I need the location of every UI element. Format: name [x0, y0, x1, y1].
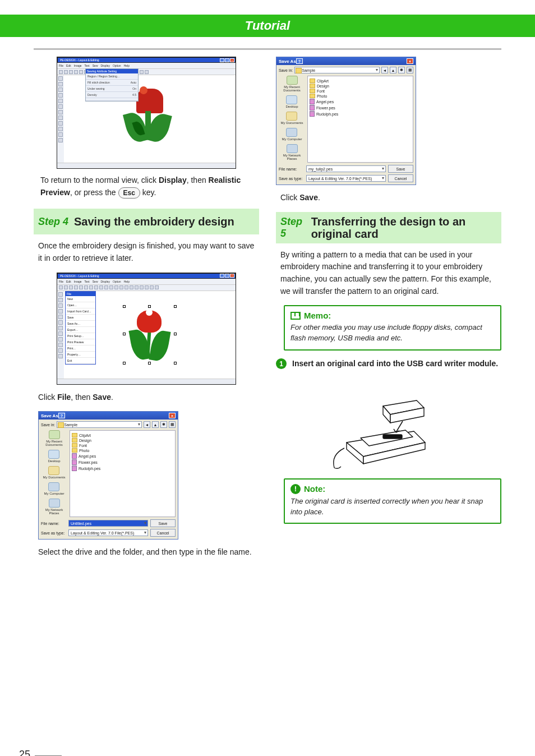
newfolder-icon[interactable]: ✱	[160, 421, 167, 428]
savein-combo[interactable]: Sample	[57, 421, 142, 428]
note-body: The original card is inserted correctly …	[290, 496, 495, 518]
app-toolbar	[57, 68, 236, 75]
back-icon[interactable]: ◄	[144, 421, 150, 428]
step5-label: Step 5	[280, 216, 306, 239]
memo-icon	[290, 312, 301, 320]
file-menu-dropdown: File New Open… Import from Card… Save Sa…	[65, 291, 96, 365]
app-titlebar: PE-DESIGN – Layout & Editing _□×	[57, 57, 236, 63]
header-rule	[34, 48, 501, 50]
save-as-dialog-2: Save As?× Save in: Sample ◄ ▲ ✱ ▦ My Rec…	[276, 57, 416, 185]
save-button[interactable]: Save	[150, 519, 176, 527]
place-mydocs[interactable]: My Documents	[43, 466, 65, 479]
step4-bar: Step 4 Saving the embroidery design	[34, 209, 259, 234]
place-mycomputer[interactable]: My Computer	[44, 482, 64, 495]
app-sidetools	[57, 75, 64, 163]
note-box: ! Note: The original card is inserted co…	[284, 478, 501, 524]
click-save-text: Click Save.	[280, 192, 497, 204]
cancel-button[interactable]: Cancel	[150, 529, 176, 537]
step5-bar: Step 5 Transferring the design to an ori…	[276, 212, 501, 243]
step4-label: Step 4	[38, 216, 68, 228]
save-button-2[interactable]: Save	[388, 165, 413, 173]
views-icon[interactable]: ▦	[169, 421, 176, 428]
filename-input-2[interactable]: my_tulip2.pes	[306, 165, 386, 172]
place-recent[interactable]: My Recent Documents	[40, 430, 68, 446]
savein-combo-2[interactable]: Sample	[294, 67, 380, 73]
memo-title: Memo:	[304, 311, 331, 320]
app-menubar: FileEditImageTextSewDisplayOptionHelp	[57, 63, 236, 68]
place-desktop[interactable]: Desktop	[48, 450, 60, 463]
step5-title: Transferring the design to an original c…	[311, 215, 497, 240]
filename-input[interactable]: Untitled.pes	[68, 520, 148, 527]
file-list[interactable]: ClipArt Design Font Photo Angel.pes Flow…	[70, 430, 176, 517]
sewing-attribute-panel: Sewing Attribute Setting Region / Region…	[85, 68, 139, 102]
select-drive-text: Select the drive and the folder, and the…	[38, 546, 255, 559]
note-title: Note:	[304, 484, 325, 494]
numstep-1-text: Insert an original card into the USB car…	[292, 358, 501, 370]
note-icon: !	[290, 484, 301, 494]
click-file-save: Click File, then Save.	[38, 391, 255, 404]
svg-rect-0	[383, 435, 402, 439]
app-title: PE-DESIGN – Layout & Editing	[60, 58, 99, 62]
numstep-1: 1 Insert an original card into the USB c…	[276, 358, 501, 370]
cancel-button-2[interactable]: Cancel	[388, 174, 413, 182]
step4-title: Saving the embroidery design	[74, 215, 234, 228]
card-writer-illustration	[330, 375, 448, 471]
page-number: 25	[19, 749, 30, 756]
step5-intro: By writing a pattern to a media that can…	[280, 249, 497, 298]
page-header-title: Tutorial	[245, 19, 290, 33]
page-header: Tutorial	[0, 15, 535, 37]
step4-intro: Once the embroidery design is finished, …	[38, 240, 255, 264]
app-screenshot-preview: PE-DESIGN – Layout & Editing _□× FileEdi…	[57, 57, 236, 169]
app-screenshot-filemenu: PE-DESIGN – Layout & Editing _□× FileEdi…	[57, 273, 236, 385]
place-mynetwork[interactable]: My Network Places	[40, 499, 68, 515]
tulip-vector	[124, 307, 175, 363]
filetype-combo[interactable]: Layout & Editing Ver. 7.0 File(*.PES)	[68, 529, 148, 536]
esc-key: Esc	[118, 187, 140, 199]
save-as-dialog-1: Save As?× Save in: Sample ◄ ▲ ✱ ▦ My Rec…	[38, 411, 178, 540]
memo-box: Memo: For other media you may use includ…	[284, 305, 501, 351]
preview-caption: To return to the normal view, click Disp…	[40, 174, 252, 199]
up-icon[interactable]: ▲	[152, 421, 159, 428]
memo-body: For other media you may use include flop…	[290, 322, 495, 344]
step-number-icon: 1	[276, 358, 287, 369]
